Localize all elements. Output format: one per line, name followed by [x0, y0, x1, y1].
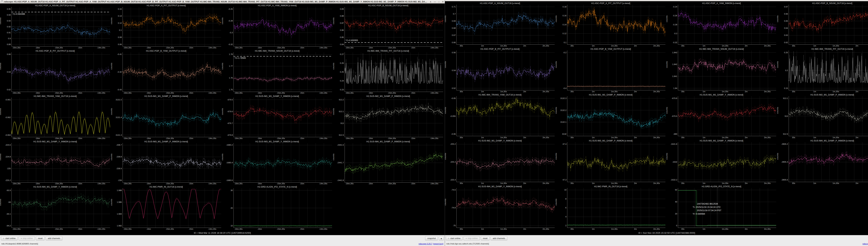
plot-canvas[interactable] [456, 142, 555, 182]
titlebar[interactable]: ndscope: H1:ASC-POP_A_NSUM_OUT16 H1:ASC-… [0, 0, 445, 3]
plot-area[interactable] [567, 50, 665, 90]
plot-canvas[interactable] [456, 5, 555, 44]
plot-area[interactable] [234, 143, 332, 182]
plot-canvas[interactable] [11, 52, 110, 92]
plot-cell[interactable]: H1:ASC-POP_B_PIT_OUTPUT [s-trend] counts… [445, 47, 556, 93]
plot-cell[interactable]: H1:SUS-IM4_M1_DAMP_Y_INMON [s-trend] cou… [445, 185, 556, 231]
plot-canvas[interactable] [567, 96, 665, 136]
plot-cell[interactable]: H1:SUS-IM3_M1_DAMP_P_INMON [s-trend] cou… [556, 139, 667, 185]
plot-cell[interactable]: H1:IMC-IM4_TRANS_NSUM_OUT16 [s-trend] co… [667, 47, 778, 93]
plot-cell[interactable]: H1:SUS-IM1_M1_DAMP_P_INMON [s-trend] cou… [556, 93, 667, 139]
shade-window-icon[interactable]: ∧ [430, 1, 431, 3]
plot-cell[interactable]: H1:SUS-IM1_M1_DAMP_Y_INMON [s-trend] cou… [222, 95, 334, 140]
plot-canvas[interactable] [567, 188, 665, 228]
plot-area[interactable] [456, 188, 555, 228]
stop-online-button[interactable]: ■ stop online [19, 236, 35, 241]
plot-canvas[interactable] [789, 142, 868, 182]
plot-cell[interactable]: H1:SUS-IM2_M1_DAMP_Y_INMON [s-trend] cou… [445, 139, 556, 185]
plot-canvas[interactable] [567, 5, 665, 44]
plot-area[interactable] [11, 143, 110, 182]
stop-online-button[interactable]: ■ stop online [464, 236, 479, 241]
plot-cell[interactable]: H1:ASC-POP_B_YAW_OUTPUT [s-trend] counts… [112, 49, 222, 95]
plot-cell[interactable]: H1:IMC-IM4_TRANS_NSUM_OUT16 [s-trend] co… [222, 49, 334, 95]
plot-canvas[interactable] [789, 5, 868, 44]
plot-canvas[interactable] [678, 142, 776, 182]
plot-area[interactable] [567, 96, 665, 136]
plot-area[interactable] [123, 188, 221, 228]
reset-button[interactable]: reset [481, 236, 490, 241]
plot-cell[interactable]: H1:SUS-IM3_M1_DAMP_P_INMON [s-trend] cou… [112, 140, 222, 185]
plot-cell[interactable]: H1:SUS-IM4_M1_DAMP_Y_INMON [s-trend] cou… [0, 185, 112, 231]
plot-area[interactable] [678, 5, 776, 44]
maximize-window-icon[interactable]: □ [438, 1, 439, 3]
plot-cell[interactable]: H1:ASC-POP_A_PIT_OUTPUT [s-trend] counts… [112, 4, 222, 49]
add-channels-button[interactable]: add channels [45, 236, 62, 241]
plot-area[interactable] [456, 5, 555, 44]
plot-area[interactable]: Y1=1.78565 [234, 52, 332, 92]
plot-cell[interactable]: H1:GRD-ALIGN_IFO_STATE_N [s-trend] 30201… [222, 185, 334, 231]
plot-canvas[interactable] [345, 52, 443, 92]
plot-canvas[interactable] [123, 7, 221, 46]
plot-cell[interactable]: H1:ASC-POP_B_NSUM_OUT16 [s-trend] counts… [778, 2, 868, 47]
ndscope-version-link[interactable]: ndscope 0.20.7 [418, 243, 432, 245]
expand-panel-button[interactable]: ▲ [439, 236, 444, 241]
plot-area[interactable] [234, 98, 332, 137]
plot-cell[interactable]: H1:SUS-IM3_M1_DAMP_Y_INMON [s-trend] cou… [222, 140, 334, 185]
plot-area[interactable] [456, 50, 555, 90]
start-online-button[interactable]: ▷ start online [1, 236, 18, 241]
plot-canvas[interactable] [234, 7, 332, 46]
plot-canvas[interactable] [456, 50, 555, 90]
plot-cell[interactable]: H1:ASC-POP_A_YAW_INMON [s-trend] counts … [667, 2, 778, 47]
plot-area[interactable] [234, 188, 332, 228]
plot-area[interactable] [123, 143, 221, 182]
plot-canvas[interactable] [123, 188, 221, 228]
plot-canvas[interactable] [678, 5, 776, 44]
plot-canvas[interactable] [123, 98, 221, 137]
plot-canvas[interactable] [11, 98, 110, 137]
plot-canvas[interactable] [678, 96, 776, 136]
plot-area[interactable] [123, 98, 221, 137]
plot-area[interactable] [11, 52, 110, 92]
ndscope-version-link[interactable]: ndscope 0.20.7 [863, 243, 868, 245]
plot-area[interactable] [789, 5, 868, 44]
plot-canvas[interactable] [567, 50, 665, 90]
add-channels-button[interactable]: add channels [491, 236, 507, 241]
plot-canvas[interactable] [345, 143, 443, 182]
minimize-window-icon[interactable]: — [434, 1, 436, 3]
plot-cell[interactable]: H1:ASC-POP_B_PIT_OUTPUT [s-trend] counts… [0, 49, 112, 95]
plot-cell[interactable]: H1:IMC-IM4_TRANS_PIT_OUT16 [s-trend] cou… [334, 49, 444, 95]
plot-area[interactable] [123, 52, 221, 92]
plot-canvas[interactable] [234, 143, 332, 182]
plot-area[interactable] [11, 98, 110, 137]
plot-canvas[interactable] [123, 52, 221, 92]
plot-cell[interactable]: H1:ASC-POP_A_PIT_OUTPUT [s-trend] counts… [556, 2, 667, 47]
plot-cell[interactable]: H1:ASC-POP_B_YAW_OUTPUT [s-trend] counts… [556, 47, 667, 93]
plot-cell[interactable]: H1:GRD-ALIGN_IFO_STATE_N [s-trend] 60402… [667, 185, 778, 231]
plot-area[interactable] [456, 96, 555, 136]
plot-cell[interactable]: H1:SUS-IM3_M1_DAMP_Y_INMON [s-trend] cou… [667, 139, 778, 185]
plot-area[interactable] [678, 142, 776, 182]
plot-area[interactable] [789, 142, 868, 182]
plot-canvas[interactable] [456, 188, 555, 228]
plot-area[interactable] [234, 7, 332, 46]
plot-cell[interactable]: H1:SUS-IM2_M1_DAMP_Y_INMON [s-trend] cou… [0, 140, 112, 185]
plot-area[interactable] [567, 5, 665, 44]
plot-area[interactable] [789, 50, 868, 90]
plot-canvas[interactable] [345, 98, 443, 137]
plot-cell[interactable]: H1:IMC-PWR_IN_OUT16 [s-trend] counts 108… [556, 185, 667, 231]
plot-canvas[interactable] [678, 50, 776, 90]
plot-cell[interactable]: H1:IMC-IM4_TRANS_YAW_OUT16 [s-trend] cou… [445, 93, 556, 139]
plot-cell[interactable]: H1:SUS-IM2_M1_DAMP_P_INMON [s-trend] cou… [334, 95, 444, 140]
plot-cell[interactable]: H1:SUS-IM1_M1_DAMP_Y_INMON [s-trend] cou… [667, 93, 778, 139]
plot-area[interactable] [345, 143, 443, 182]
plot-canvas[interactable] [234, 98, 332, 137]
plot-area[interactable] [11, 188, 110, 228]
plot-canvas[interactable] [11, 143, 110, 182]
plot-cell[interactable]: H1:IMC-IM4_TRANS_PIT_OUT16 [s-trend] cou… [778, 47, 868, 93]
plot-cell[interactable]: H1:ASC-POP_A_NSUM_OUT16 [s-trend] counts… [0, 4, 112, 49]
plot-canvas[interactable] [11, 188, 110, 228]
plot-canvas[interactable] [234, 188, 332, 228]
plot-cell[interactable]: H1:ASC-POP_A_NSUM_OUT16 [s-trend] counts… [445, 2, 556, 47]
plot-canvas[interactable] [11, 7, 110, 46]
plot-cell[interactable]: H1:IMC-PWR_IN_OUT16 [s-trend] counts 1.9… [112, 185, 222, 231]
